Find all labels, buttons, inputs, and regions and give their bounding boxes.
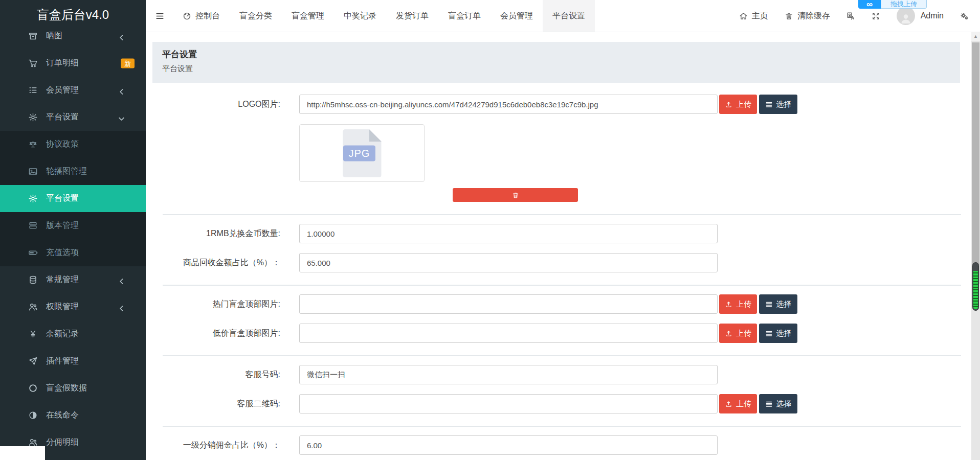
tab-box-orders[interactable]: 盲盒订单 (438, 0, 491, 32)
sidebar-item-label: 版本管理 (46, 220, 79, 231)
sidebar-item-general-manage[interactable]: 常规管理 (0, 266, 146, 293)
username: Admin (921, 11, 944, 20)
scroll-indicator (972, 262, 979, 311)
section-divider (163, 355, 961, 356)
upload-button-label: 上传 (736, 100, 751, 109)
settings-gears-icon[interactable] (960, 12, 969, 20)
page-header: 平台设置 平台设置 (152, 42, 960, 83)
sidebar-item-label: 订单明细 (46, 58, 79, 68)
choose-button-customer-service-qrcode[interactable]: 选择 (759, 394, 797, 413)
new-badge: 新 (121, 58, 135, 68)
form-row-low-price-box-top-image: 低价盲盒顶部图片:上传选择 (146, 324, 971, 343)
database-icon (28, 275, 38, 285)
upload-button-hot-box-top-image[interactable]: 上传 (719, 294, 757, 314)
sidebar-item-platform-settings-sub[interactable]: 平台设置 (0, 185, 146, 212)
choose-button-low-price-box-top-image[interactable]: 选择 (759, 324, 797, 343)
sidebar-item-photos[interactable]: 晒图 (0, 22, 146, 50)
tab-dashboard[interactable]: 控制台 (173, 0, 230, 32)
chevron-left-icon (117, 304, 126, 313)
sidebar-toggle[interactable] (146, 0, 173, 32)
users-icon (28, 302, 38, 312)
file-preview-box[interactable]: JPG (299, 124, 425, 182)
fullscreen-icon[interactable] (872, 12, 880, 20)
tab-member-manage[interactable]: 会员管理 (491, 0, 543, 32)
clear-cache-label: 清除缓存 (797, 11, 830, 21)
tab-prize-records[interactable]: 中奖记录 (334, 0, 386, 32)
server-icon (28, 221, 38, 231)
rmb-gold-rate-input[interactable] (299, 224, 718, 243)
person-icon (900, 12, 912, 25)
settings-form: LOGO图片:上传选择JPG1RMB兑换金币数量:商品回收金额占比（%）：热门盲… (146, 95, 971, 460)
form-row-level1-commission-percent: 一级分销佣金占比（%）： (146, 435, 971, 455)
field-label-recycle-percent: 商品回收金额占比（%）： (146, 258, 280, 268)
sidebar-item-label: 在线命令 (46, 410, 79, 421)
delete-image-button[interactable] (453, 188, 578, 202)
logo-image-input[interactable] (299, 95, 718, 114)
choose-button-label: 选择 (776, 100, 792, 109)
cart-icon (28, 58, 38, 68)
tab-label: 发货订单 (396, 11, 429, 21)
sidebar-item-online-command[interactable]: 在线命令 (0, 402, 146, 429)
sidebar-item-plugin-manage[interactable]: 插件管理 (0, 348, 146, 375)
sidebar-item-permission-manage[interactable]: 权限管理 (0, 293, 146, 320)
menu-icon (155, 11, 165, 21)
upload-icon (725, 330, 732, 337)
home-link[interactable]: 主页 (739, 11, 768, 21)
scrollbar[interactable]: ▲ (971, 32, 980, 460)
upload-widget-button[interactable]: ∞ (858, 0, 881, 9)
tab-box-category[interactable]: 盲盒分类 (230, 0, 282, 32)
form-row-customer-service-qrcode: 客服二维码:上传选择 (146, 394, 971, 413)
field-label-rmb-gold-rate: 1RMB兑换金币数量: (146, 228, 280, 239)
upload-button-logo-image[interactable]: 上传 (719, 95, 757, 114)
sidebar-item-label: 充值选项 (46, 247, 79, 258)
customer-service-number-input[interactable] (299, 365, 718, 384)
sidebar-item-label: 分佣明细 (46, 437, 79, 448)
level1-commission-percent-input[interactable] (299, 435, 718, 455)
choose-button-logo-image[interactable]: 选择 (759, 95, 797, 114)
sidebar-item-recharge-options[interactable]: 充值选项 (0, 239, 146, 266)
sidebar-item-order-details[interactable]: 订单明细新 (0, 50, 146, 77)
sidebar-item-carousel-manage[interactable]: 轮播图管理 (0, 158, 146, 185)
screen: 盲盒后台v4.0 晒图订单明细新会员管理平台设置协议政策轮播图管理平台设置版本管… (0, 0, 980, 460)
tab-shipping-orders[interactable]: 发货订单 (386, 0, 438, 32)
thlist-icon (765, 301, 773, 308)
tab-label: 控制台 (195, 11, 220, 21)
section-divider (163, 214, 961, 215)
field-label-low-price-box-top-image: 低价盲盒顶部图片: (146, 328, 280, 339)
form-row-customer-service-number: 客服号码: (146, 365, 971, 384)
field-label-level1-commission-percent: 一级分销佣金占比（%）： (146, 440, 280, 451)
upload-icon (725, 101, 732, 108)
clear-cache-link[interactable]: 清除缓存 (785, 11, 830, 21)
tab-box-manage[interactable]: 盲盒管理 (282, 0, 334, 32)
low-price-box-top-image-input[interactable] (299, 324, 718, 343)
recycle-percent-input[interactable] (299, 253, 718, 272)
gear-icon (28, 112, 38, 122)
sidebar-item-box-fake-data[interactable]: 盲盒假数据 (0, 375, 146, 402)
sidebar-item-label: 轮播图管理 (46, 166, 87, 177)
chevron-left-icon (117, 87, 126, 97)
user-menu[interactable]: Admin (897, 7, 944, 25)
upload-button-label: 上传 (736, 399, 751, 409)
sidebar-item-version-manage[interactable]: 版本管理 (0, 212, 146, 239)
translate-icon[interactable] (847, 12, 855, 20)
tab-platform-settings[interactable]: 平台设置 (543, 0, 595, 32)
hot-box-top-image-input[interactable] (299, 294, 718, 314)
tab-label: 盲盒管理 (292, 11, 324, 21)
scrollbar-thumb[interactable] (972, 42, 979, 284)
sidebar-item-balance-records[interactable]: 余额记录 (0, 320, 146, 348)
topnav-tabs: 控制台盲盒分类盲盒管理中奖记录发货订单盲盒订单会员管理平台设置 (146, 0, 595, 32)
thlist-icon (765, 101, 773, 108)
sidebar-item-member-manage[interactable]: 会员管理 (0, 77, 146, 104)
choose-button-hot-box-top-image[interactable]: 选择 (759, 294, 797, 314)
avatar (897, 7, 915, 25)
section-divider (163, 285, 961, 286)
adjust-icon (28, 410, 38, 420)
sidebar-item-label: 晒图 (46, 31, 62, 41)
scroll-up-arrow-icon[interactable]: ▲ (971, 32, 980, 41)
sidebar-item-agreement-policy[interactable]: 协议政策 (0, 131, 146, 158)
sidebar-item-platform-settings[interactable]: 平台设置 (0, 104, 146, 131)
customer-service-qrcode-input[interactable] (299, 394, 718, 413)
upload-button-customer-service-qrcode[interactable]: 上传 (719, 394, 757, 413)
upload-button-low-price-box-top-image[interactable]: 上传 (719, 324, 757, 343)
choose-button-label: 选择 (776, 399, 792, 409)
